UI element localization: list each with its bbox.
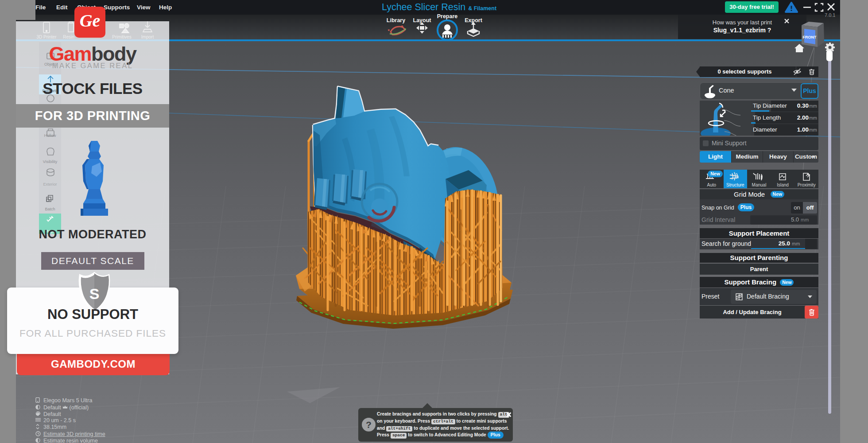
svg-text:S: S <box>89 285 100 302</box>
svg-text:FRONT: FRONT <box>803 35 817 39</box>
